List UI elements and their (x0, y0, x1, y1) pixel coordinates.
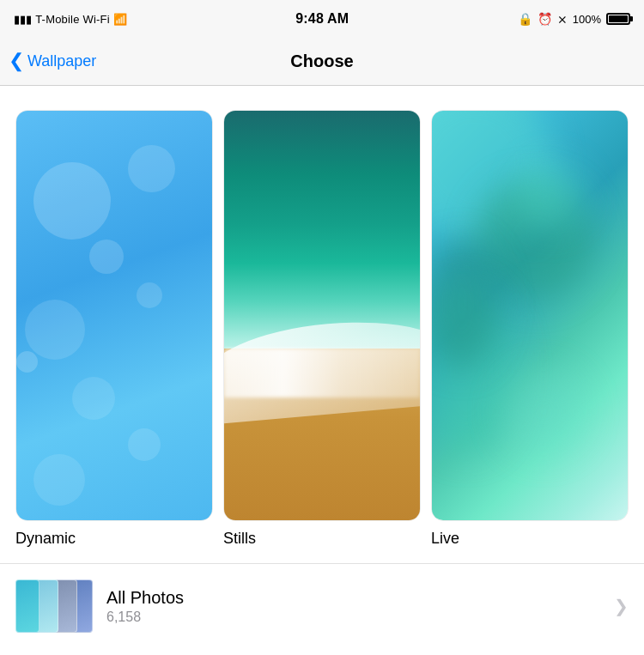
nav-bar: ❮ Wallpaper Choose (0, 38, 644, 86)
bluetooth-icon: ⨯ (557, 12, 568, 26)
status-time: 9:48 AM (295, 11, 349, 27)
all-photos-row[interactable]: All Photos 6,158 ❯ (0, 564, 644, 648)
all-photos-count: 6,158 (106, 610, 598, 625)
status-bar: ▮▮▮ T-Mobile Wi-Fi 📶 9:48 AM 🔒 ⏰ ⨯ 100% (0, 0, 644, 38)
chevron-right-icon: ❯ (614, 596, 629, 616)
back-chevron-icon: ❮ (9, 52, 24, 70)
status-left: ▮▮▮ T-Mobile Wi-Fi 📶 (14, 13, 127, 26)
bokeh-7 (16, 351, 38, 373)
back-label: Wallpaper (27, 52, 96, 70)
dynamic-thumbnail[interactable] (15, 110, 213, 521)
battery-icon (606, 13, 630, 25)
bokeh-4 (25, 300, 85, 360)
stills-bg (224, 111, 420, 520)
bokeh-9 (33, 454, 85, 506)
wallpaper-item-dynamic[interactable]: Dynamic (15, 110, 213, 548)
photos-thumbnail-group (15, 579, 91, 633)
live-thumbnail[interactable] (431, 110, 629, 521)
battery-label: 100% (573, 13, 601, 26)
status-right: 🔒 ⏰ ⨯ 100% (518, 12, 630, 26)
bokeh-1 (33, 162, 111, 240)
wallpaper-grid: Dynamic Stills (0, 86, 644, 556)
dynamic-label: Dynamic (15, 530, 76, 548)
live-bg (432, 111, 628, 520)
bokeh-3 (89, 240, 124, 274)
live-label: Live (431, 530, 459, 548)
wallpaper-item-stills[interactable]: Stills (223, 110, 421, 548)
photo-thumb-1 (15, 579, 39, 633)
bokeh-8 (128, 428, 161, 461)
bokeh-5 (137, 282, 162, 308)
all-photos-title: All Photos (106, 588, 598, 608)
lock-icon: 🔒 (518, 12, 532, 26)
page-title: Choose (290, 52, 353, 71)
smoke-6 (518, 162, 586, 231)
main-content: Dynamic Stills (0, 86, 644, 648)
alarm-icon: ⏰ (538, 12, 552, 26)
bokeh-6 (72, 377, 115, 420)
smoke-4 (501, 368, 586, 454)
dynamic-bg (16, 111, 212, 520)
back-button[interactable]: ❮ Wallpaper (9, 52, 96, 70)
all-photos-info: All Photos 6,158 (106, 588, 598, 625)
stills-thumbnail[interactable] (223, 110, 421, 521)
wallpaper-item-live[interactable]: Live (431, 110, 629, 548)
stills-label: Stills (223, 530, 256, 548)
bokeh-2 (128, 145, 175, 192)
